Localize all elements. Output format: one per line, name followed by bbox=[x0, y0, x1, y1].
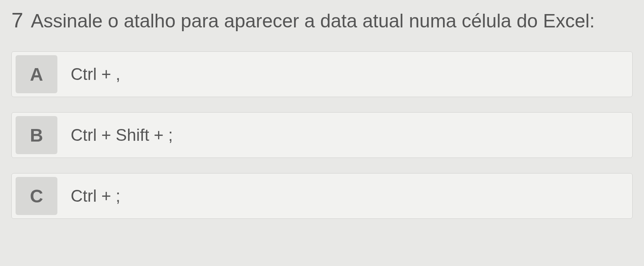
option-letter-b: B bbox=[16, 116, 57, 154]
option-letter-c: C bbox=[16, 177, 57, 215]
question-text: Assinale o atalho para aparecer a data a… bbox=[31, 10, 595, 32]
option-c[interactable]: C Ctrl + ; bbox=[11, 173, 633, 219]
option-text-b: Ctrl + Shift + ; bbox=[71, 126, 173, 145]
option-letter-a: A bbox=[16, 55, 57, 93]
option-text-c: Ctrl + ; bbox=[71, 186, 120, 205]
option-a[interactable]: A Ctrl + , bbox=[11, 51, 633, 97]
option-b[interactable]: B Ctrl + Shift + ; bbox=[11, 112, 633, 158]
option-text-a: Ctrl + , bbox=[71, 65, 120, 84]
question-number: 7 bbox=[11, 8, 23, 32]
question-header: 7 Assinale o atalho para aparecer a data… bbox=[11, 8, 633, 32]
